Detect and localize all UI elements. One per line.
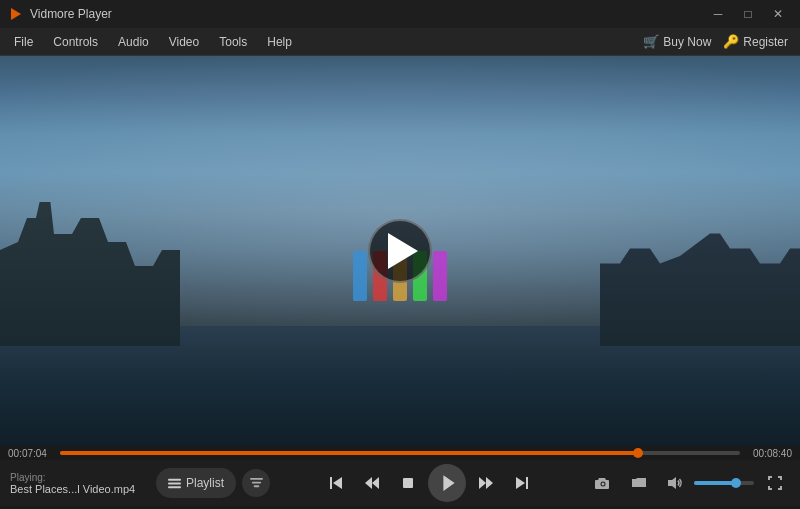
svg-marker-14 — [486, 477, 493, 489]
app-logo-icon — [8, 6, 24, 22]
playlist-label: Playlist — [186, 476, 224, 490]
fast-forward-button[interactable] — [470, 467, 502, 499]
menu-bar: File Controls Audio Video Tools Help 🛒 B… — [0, 28, 800, 56]
play-icon — [440, 474, 458, 492]
svg-point-18 — [602, 483, 605, 486]
volume-icon — [667, 475, 683, 491]
playback-controls — [320, 464, 538, 502]
title-bar-controls: ─ □ ✕ — [704, 4, 792, 24]
svg-marker-13 — [479, 477, 486, 489]
register-label: Register — [743, 35, 788, 49]
svg-rect-6 — [253, 485, 259, 487]
rewind-icon — [364, 475, 380, 491]
menu-right: 🛒 Buy Now 🔑 Register — [643, 34, 796, 49]
progress-fill — [60, 451, 638, 455]
stop-icon — [400, 475, 416, 491]
current-time: 00:07:04 — [8, 448, 52, 459]
svg-marker-0 — [11, 8, 21, 20]
volume-thumb[interactable] — [731, 478, 741, 488]
menu-audio[interactable]: Audio — [108, 31, 159, 53]
buy-now-label: Buy Now — [663, 35, 711, 49]
video-area[interactable] — [0, 56, 800, 446]
key-icon: 🔑 — [723, 34, 739, 49]
cart-icon: 🛒 — [643, 34, 659, 49]
register-button[interactable]: 🔑 Register — [723, 34, 788, 49]
menu-file[interactable]: File — [4, 31, 43, 53]
progress-track[interactable] — [60, 451, 740, 455]
title-bar-left: Vidmore Player — [8, 6, 112, 22]
menu-video[interactable]: Video — [159, 31, 209, 53]
sort-icon — [250, 477, 263, 490]
menu-controls[interactable]: Controls — [43, 31, 108, 53]
svg-rect-4 — [250, 477, 263, 479]
menu-items: File Controls Audio Video Tools Help — [4, 31, 302, 53]
svg-marker-10 — [372, 477, 379, 489]
open-folder-button[interactable] — [624, 468, 654, 498]
volume-slider[interactable] — [694, 481, 754, 485]
svg-marker-16 — [516, 477, 525, 489]
folder-icon — [631, 475, 647, 491]
svg-rect-1 — [168, 478, 181, 480]
stop-button[interactable] — [392, 467, 424, 499]
banner-5 — [433, 251, 447, 301]
skip-next-button[interactable] — [506, 467, 538, 499]
menu-tools[interactable]: Tools — [209, 31, 257, 53]
svg-rect-2 — [168, 482, 181, 484]
play-overlay-button[interactable] — [368, 219, 432, 283]
svg-marker-9 — [365, 477, 372, 489]
fullscreen-button[interactable] — [760, 468, 790, 498]
buy-now-button[interactable]: 🛒 Buy Now — [643, 34, 711, 49]
right-controls — [588, 468, 790, 498]
skip-previous-icon — [328, 475, 344, 491]
now-playing-filename: Best Places...l Video.mp4 — [10, 483, 150, 495]
menu-help[interactable]: Help — [257, 31, 302, 53]
svg-rect-5 — [251, 481, 260, 483]
fast-forward-icon — [478, 475, 494, 491]
buildings-right — [600, 196, 800, 346]
now-playing-info: Playing: Best Places...l Video.mp4 — [10, 472, 150, 495]
camera-icon — [595, 475, 611, 491]
rewind-button[interactable] — [356, 467, 388, 499]
volume-fill — [694, 481, 736, 485]
svg-marker-19 — [668, 477, 676, 489]
title-bar: Vidmore Player ─ □ ✕ — [0, 0, 800, 28]
volume-area — [660, 468, 754, 498]
controls-bar: Playing: Best Places...l Video.mp4 Playl… — [0, 460, 800, 506]
buildings-left — [0, 186, 180, 346]
progress-bar-area: 00:07:04 00:08:40 — [0, 446, 800, 460]
svg-rect-15 — [526, 477, 528, 489]
svg-rect-7 — [330, 477, 332, 489]
svg-rect-3 — [168, 486, 181, 488]
maximize-button[interactable]: □ — [734, 4, 762, 24]
svg-marker-8 — [333, 477, 342, 489]
fullscreen-icon — [767, 475, 783, 491]
app-title: Vidmore Player — [30, 7, 112, 21]
close-button[interactable]: ✕ — [764, 4, 792, 24]
list-icon — [168, 477, 181, 490]
total-time: 00:08:40 — [748, 448, 792, 459]
volume-button[interactable] — [660, 468, 690, 498]
svg-rect-11 — [403, 478, 413, 488]
svg-marker-12 — [443, 475, 454, 491]
minimize-button[interactable]: ─ — [704, 4, 732, 24]
playlist-button[interactable]: Playlist — [156, 468, 236, 498]
now-playing-label: Playing: — [10, 472, 150, 483]
screenshot-button[interactable] — [588, 468, 618, 498]
play-pause-button[interactable] — [428, 464, 466, 502]
sort-button[interactable] — [242, 469, 270, 497]
progress-thumb[interactable] — [633, 448, 643, 458]
skip-previous-button[interactable] — [320, 467, 352, 499]
skip-next-icon — [514, 475, 530, 491]
banner-1 — [353, 251, 367, 301]
